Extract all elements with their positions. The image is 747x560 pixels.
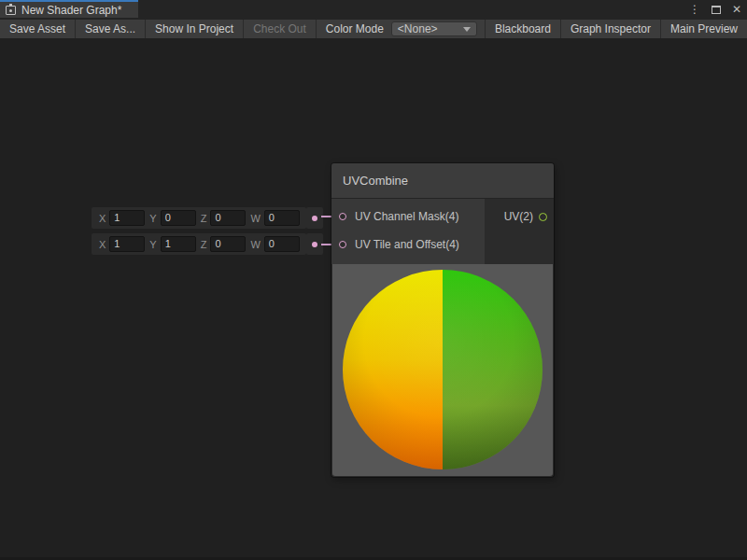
vector-field-y[interactable]: 0 bbox=[161, 210, 196, 226]
window-controls: ⋮ ✕ bbox=[689, 0, 741, 19]
vector-field-x[interactable]: 1 bbox=[109, 236, 145, 252]
window-maximize-icon[interactable] bbox=[712, 6, 721, 14]
vector4-port-dot-icon bbox=[312, 242, 317, 247]
blackboard-button[interactable]: Blackboard bbox=[485, 20, 560, 38]
graph-canvas[interactable]: X 1 Y 0 Z 0 W 0 X 1 Y 1 Z 0 W 0 bbox=[0, 38, 747, 560]
shader-graph-icon bbox=[6, 6, 16, 15]
node-title: UVCombine bbox=[343, 174, 408, 188]
vector4-port-dot-icon bbox=[312, 216, 317, 221]
field-label-w: W bbox=[250, 239, 260, 250]
check-out-button: Check Out bbox=[244, 20, 317, 38]
tab-title: New Shader Graph* bbox=[21, 4, 121, 17]
save-as-button[interactable]: Save As... bbox=[76, 20, 146, 38]
field-label-y: Y bbox=[149, 239, 156, 250]
uv-channel-mask-port-icon[interactable] bbox=[339, 213, 346, 220]
field-label-x: X bbox=[99, 239, 106, 250]
color-mode-dropdown[interactable]: <None> bbox=[391, 21, 477, 36]
node-input-area: UV Channel Mask(4) UV Tile and Offset(4) bbox=[331, 199, 485, 264]
vector-field-z[interactable]: 0 bbox=[210, 210, 246, 226]
input-port-label: UV Tile and Offset(4) bbox=[355, 238, 459, 251]
input-port-label: UV Channel Mask(4) bbox=[355, 210, 458, 223]
chevron-down-icon bbox=[463, 27, 471, 32]
vector-field-y[interactable]: 1 bbox=[161, 236, 196, 252]
node-preview-area bbox=[332, 264, 553, 476]
toolbar: Save Asset Save As... Show In Project Ch… bbox=[0, 20, 747, 38]
field-label-y: Y bbox=[149, 213, 156, 224]
titlebar: New Shader Graph* ⋮ ✕ bbox=[0, 0, 747, 20]
main-preview-button[interactable]: Main Preview bbox=[660, 20, 747, 38]
node-body: UV Channel Mask(4) UV Tile and Offset(4)… bbox=[331, 199, 554, 264]
output-port-row: UV(2) bbox=[485, 203, 554, 231]
field-label-z: Z bbox=[201, 213, 207, 224]
graph-inspector-button[interactable]: Graph Inspector bbox=[560, 20, 660, 38]
uv-tile-offset-port-icon[interactable] bbox=[339, 241, 346, 248]
vector4-widget-row1: X 1 Y 0 Z 0 W 0 bbox=[92, 207, 306, 229]
vector4-widget-row2: X 1 Y 1 Z 0 W 0 bbox=[92, 233, 306, 255]
node-header[interactable]: UVCombine bbox=[331, 163, 554, 199]
uv-output-port-icon[interactable] bbox=[539, 213, 547, 221]
shader-graph-window: New Shader Graph* ⋮ ✕ Save Asset Save As… bbox=[0, 0, 747, 560]
vector4-output-connector-row1[interactable] bbox=[306, 207, 323, 229]
vector-field-x[interactable]: 1 bbox=[109, 210, 145, 226]
field-label-z: Z bbox=[201, 239, 207, 250]
field-label-w: W bbox=[250, 213, 260, 224]
uv-preview-sphere bbox=[343, 270, 543, 469]
input-port-row: UV Channel Mask(4) bbox=[331, 203, 485, 231]
output-port-label: UV(2) bbox=[504, 210, 533, 223]
sphere-shading bbox=[343, 270, 543, 469]
uvcombine-node[interactable]: UVCombine UV Channel Mask(4) UV Tile and… bbox=[331, 163, 554, 477]
color-mode-value: <None> bbox=[398, 22, 438, 35]
vector-field-w[interactable]: 0 bbox=[264, 236, 300, 252]
show-in-project-button[interactable]: Show In Project bbox=[146, 20, 244, 38]
field-label-x: X bbox=[99, 213, 106, 224]
color-mode-label: Color Mode bbox=[317, 20, 391, 38]
tab-new-shader-graph[interactable]: New Shader Graph* bbox=[0, 0, 138, 18]
input-port-row: UV Tile and Offset(4) bbox=[331, 231, 485, 259]
save-asset-button[interactable]: Save Asset bbox=[0, 20, 76, 38]
window-menu-icon[interactable]: ⋮ bbox=[689, 4, 700, 15]
window-close-icon[interactable]: ✕ bbox=[732, 4, 741, 15]
vector-field-w[interactable]: 0 bbox=[264, 210, 300, 226]
vector-field-z[interactable]: 0 bbox=[210, 236, 246, 252]
